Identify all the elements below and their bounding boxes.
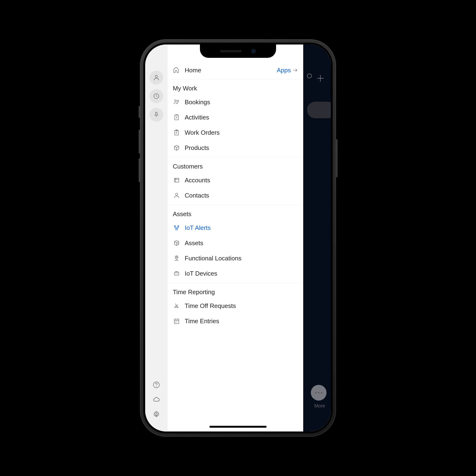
nav-item-products[interactable]: Products xyxy=(168,140,303,155)
accounts-icon xyxy=(173,176,180,184)
help-button[interactable] xyxy=(151,380,162,390)
profile-button[interactable] xyxy=(150,71,163,85)
nav-item-functional-locations[interactable]: Functional Locations xyxy=(168,251,303,266)
nav-item-label: Work Orders xyxy=(185,129,220,136)
section-header-time: Time Reporting xyxy=(168,283,303,298)
phone-frame: Home Apps My Work Bookings Activities xyxy=(140,39,336,437)
left-rail xyxy=(145,45,168,431)
bookings-icon xyxy=(173,98,180,106)
backdrop-dimmed[interactable]: More xyxy=(303,45,331,431)
nav-item-label: IoT Devices xyxy=(185,270,217,277)
svg-point-11 xyxy=(175,193,178,195)
iot-devices-icon xyxy=(173,270,180,277)
apps-link[interactable]: Apps xyxy=(277,67,298,74)
nav-item-label: Time Entries xyxy=(185,318,219,325)
svg-point-3 xyxy=(156,386,156,387)
contacts-icon xyxy=(173,192,180,199)
svg-point-12 xyxy=(174,226,176,227)
add-icon xyxy=(317,75,324,82)
home-icon xyxy=(173,67,179,74)
nav-item-label: Bookings xyxy=(185,99,210,106)
section-header-mywork: My Work xyxy=(168,80,303,95)
more-label: More xyxy=(314,403,325,409)
clock-icon xyxy=(153,93,160,100)
nav-item-work-orders[interactable]: Work Orders xyxy=(168,125,303,140)
time-off-icon xyxy=(173,302,180,310)
front-camera xyxy=(251,49,256,53)
work-orders-icon xyxy=(173,129,180,136)
help-icon xyxy=(153,381,160,389)
volume-down-button xyxy=(138,158,140,182)
nav-item-label: Assets xyxy=(185,239,203,247)
nav-panel: Home Apps My Work Bookings Activities xyxy=(168,45,303,431)
nav-item-label: Products xyxy=(185,144,209,152)
assets-icon xyxy=(173,239,180,247)
nav-item-label: IoT Alerts xyxy=(185,224,211,232)
arrow-right-icon xyxy=(292,67,298,73)
functional-locations-icon xyxy=(173,255,180,262)
screen: Home Apps My Work Bookings Activities xyxy=(145,45,331,431)
gear-icon xyxy=(153,411,160,418)
svg-rect-16 xyxy=(174,272,179,275)
nav-item-time-entries[interactable]: Time Entries xyxy=(168,313,303,329)
apps-label: Apps xyxy=(277,67,291,74)
nav-item-iot-devices[interactable]: IoT Devices xyxy=(168,266,303,281)
nav-item-label: Contacts xyxy=(185,192,209,199)
nav-item-activities[interactable]: Activities xyxy=(168,110,303,125)
svg-point-6 xyxy=(177,100,179,102)
speaker xyxy=(220,50,241,52)
nav-item-label: Accounts xyxy=(185,177,210,184)
nav-item-label: Time Off Requests xyxy=(185,302,236,310)
nav-item-bookings[interactable]: Bookings xyxy=(168,95,303,110)
nav-item-label: Functional Locations xyxy=(185,255,241,262)
svg-point-13 xyxy=(178,226,179,227)
more-button xyxy=(311,385,326,401)
pin-icon xyxy=(153,111,160,118)
nav-item-home[interactable]: Home Apps xyxy=(168,60,303,80)
home-indicator[interactable] xyxy=(209,426,267,428)
nav-item-contacts[interactable]: Contacts xyxy=(168,188,303,203)
silence-switch xyxy=(138,106,140,118)
search-icon xyxy=(307,73,312,78)
notch xyxy=(200,45,276,58)
nav-item-label: Activities xyxy=(185,114,209,121)
products-icon xyxy=(173,144,180,152)
activities-icon xyxy=(173,114,180,121)
nav-item-assets[interactable]: Assets xyxy=(168,235,303,251)
svg-rect-7 xyxy=(175,115,178,120)
svg-rect-10 xyxy=(174,178,179,182)
content-pill xyxy=(307,102,331,118)
recent-button[interactable] xyxy=(150,89,163,103)
pinned-button[interactable] xyxy=(150,108,163,122)
nav-item-accounts[interactable]: Accounts xyxy=(168,172,303,188)
nav-item-iot-alerts[interactable]: IoT Alerts xyxy=(168,220,303,235)
home-label: Home xyxy=(185,67,201,74)
svg-point-5 xyxy=(175,100,176,102)
svg-rect-17 xyxy=(174,319,179,324)
nav-item-time-off[interactable]: Time Off Requests xyxy=(168,298,303,313)
svg-point-4 xyxy=(155,413,157,415)
cloud-button[interactable] xyxy=(151,394,162,405)
settings-button[interactable] xyxy=(151,409,162,420)
power-button xyxy=(336,139,338,177)
volume-up-button xyxy=(138,130,140,153)
person-icon xyxy=(153,74,160,81)
svg-point-0 xyxy=(155,75,157,78)
cloud-icon xyxy=(153,396,160,403)
iot-alerts-icon xyxy=(173,224,180,232)
svg-rect-14 xyxy=(176,228,178,230)
section-header-customers: Customers xyxy=(168,157,303,172)
time-entries-icon xyxy=(173,317,180,325)
section-header-assets: Assets xyxy=(168,205,303,220)
svg-point-15 xyxy=(176,256,177,258)
